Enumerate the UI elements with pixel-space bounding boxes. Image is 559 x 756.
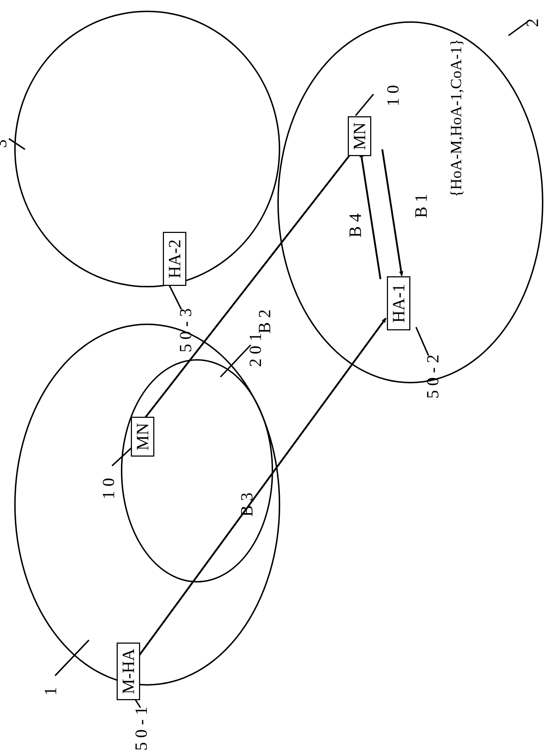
- region-3-ellipse: [14, 11, 280, 287]
- label-b3: B 3: [238, 493, 255, 517]
- node-mn-left: MN: [131, 417, 154, 457]
- ref-region-1: 1: [42, 687, 59, 696]
- ref-region-2: 2: [524, 18, 541, 27]
- mn-right-addresses: {HoA-M,HoA-1,CoA-1}: [448, 39, 464, 197]
- node-mn-right-label: MN: [350, 122, 369, 150]
- ref-mn-right: 1 0: [384, 85, 401, 106]
- ref-region-3: 3: [0, 139, 9, 148]
- node-ha1-label: HA-1: [389, 284, 408, 323]
- label-b4: B 4: [347, 213, 364, 238]
- node-mn-right: MN: [348, 116, 371, 156]
- node-mha: M-HA: [117, 643, 140, 700]
- ref-region-201: 2 0 1: [247, 333, 264, 367]
- region-2-ellipse: [277, 21, 543, 383]
- ref-mha: 5 0 - 1: [133, 707, 150, 751]
- ref-mn-left: 1 0: [100, 478, 117, 499]
- label-b2: B 2: [256, 309, 273, 334]
- node-mn-left-label: MN: [133, 423, 152, 450]
- node-ha1: HA-1: [387, 276, 410, 330]
- label-b1: B 1: [412, 194, 430, 218]
- region-201-ellipse: [121, 359, 273, 582]
- node-mha-label: M-HA: [119, 649, 138, 694]
- ref-ha2: 5 0 - 3: [177, 308, 194, 352]
- ref-ha1: 5 0 - 2: [424, 355, 441, 399]
- node-ha2: HA-2: [163, 232, 186, 286]
- svg-line-7: [169, 284, 181, 309]
- diagram-canvas: M-HA MN HA-1 MN HA-2 5 0 - 1 5 0 - 2 5 0…: [0, 0, 559, 756]
- node-ha2-label: HA-2: [165, 239, 184, 278]
